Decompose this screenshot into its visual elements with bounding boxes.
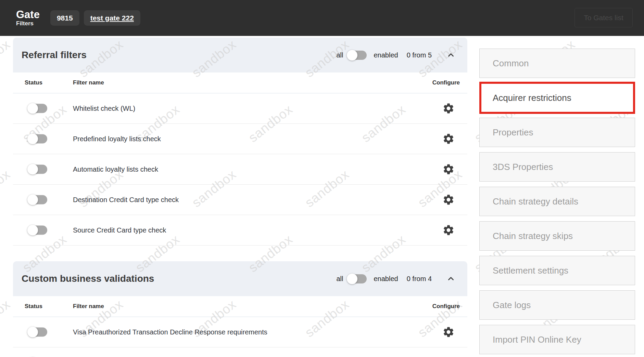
toggle-knob: [27, 134, 38, 144]
gear-icon: [442, 102, 455, 115]
filter-name: Visa Preauthorized Transaction Decline R…: [73, 328, 267, 336]
filter-name: Source Credit Card type check: [73, 226, 166, 234]
gate-id-badge: 9815: [50, 10, 79, 26]
sidebar-item-chain-strategy-details[interactable]: Chain strategy details: [479, 187, 635, 216]
column-header-configure: Configure: [432, 303, 460, 310]
collapse-section-button[interactable]: [446, 274, 455, 283]
filter-name: Whitelist check (WL): [73, 105, 135, 113]
gate-name-link[interactable]: test gate 222: [84, 10, 140, 26]
sidebar-item-import-pin-online-key[interactable]: Import PIN Online Key: [479, 325, 635, 354]
app-title: Gate: [16, 9, 40, 21]
column-header-configure: Configure: [432, 79, 460, 86]
sandbox-watermark: sandbox: [0, 167, 13, 210]
filter-status-toggle[interactable]: [28, 134, 47, 144]
filter-row: Automatic loyalty lists check: [13, 154, 467, 185]
enabled-label: enabled: [374, 275, 398, 283]
enabled-count: 0 from 4: [407, 275, 432, 283]
section-header-band: Custom business validationsallenabled0 f…: [13, 261, 467, 296]
filters-panel: Referral filtersallenabled0 from 5Status…: [13, 38, 467, 357]
all-label: all: [336, 51, 343, 59]
sidebar-item-gate-logs[interactable]: Gate logs: [479, 290, 635, 320]
toggle-knob: [27, 164, 38, 175]
chevron-up-icon: [447, 275, 455, 283]
filter-row: Check client management from product: [13, 347, 467, 357]
configure-gear-button[interactable]: [442, 224, 455, 237]
filter-status-toggle[interactable]: [28, 104, 47, 113]
filter-name: Destination Credit Card type check: [73, 196, 179, 204]
section-header-band: Referral filtersallenabled0 from 5: [13, 38, 467, 72]
sidebar-item-chain-strategy-skips[interactable]: Chain strategy skips: [479, 221, 635, 251]
toggle-knob: [27, 103, 38, 114]
chevron-up-icon: [447, 51, 455, 59]
filter-row: Source Credit Card type check: [13, 215, 467, 246]
filters-section: Custom business validationsallenabled0 f…: [13, 261, 467, 357]
enabled-label: enabled: [374, 51, 398, 59]
toggle-knob: [27, 327, 38, 338]
all-label: all: [336, 275, 343, 283]
sandbox-watermark: sandbox: [641, 297, 644, 340]
filters-section: Referral filtersallenabled0 from 5Status…: [13, 38, 467, 246]
section-controls: allenabled0 from 5: [336, 51, 455, 60]
configure-gear-button[interactable]: [442, 102, 455, 115]
filter-row: Destination Credit Card type check: [13, 185, 467, 215]
app-brand: Gate Filters: [16, 9, 40, 26]
sidebar-nav: CommonAcquirer restrictionsProperties3DS…: [479, 49, 635, 357]
filter-row: Visa Preauthorized Transaction Decline R…: [13, 317, 467, 347]
filter-status-toggle[interactable]: [28, 165, 47, 174]
toggle-knob: [27, 195, 38, 205]
sidebar-item-3ds-properties[interactable]: 3DS Properties: [479, 152, 635, 182]
filter-name: Predefined loyalty lists check: [73, 135, 161, 143]
gear-icon: [442, 326, 455, 338]
filter-status-toggle[interactable]: [28, 226, 47, 235]
configure-gear-button[interactable]: [442, 326, 455, 339]
section-title: Referral filters: [22, 50, 87, 61]
section-title: Custom business validations: [22, 273, 154, 284]
sidebar-item-common[interactable]: Common: [479, 49, 635, 78]
filter-name: Automatic loyalty lists check: [73, 166, 158, 173]
gear-icon: [442, 163, 455, 175]
table-header-row: StatusFilter nameConfigure: [13, 72, 467, 93]
column-header-filter-name: Filter name: [73, 303, 104, 310]
filter-row: Whitelist check (WL): [13, 93, 467, 124]
app-subtitle: Filters: [16, 21, 40, 27]
configure-gear-button[interactable]: [442, 193, 455, 206]
filter-status-toggle[interactable]: [28, 328, 47, 337]
gear-icon: [442, 133, 455, 145]
column-header-filter-name: Filter name: [73, 79, 104, 86]
enabled-count: 0 from 5: [407, 51, 432, 59]
configure-gear-button[interactable]: [442, 132, 455, 145]
toggle-knob: [347, 50, 357, 61]
table-header-row: StatusFilter nameConfigure: [13, 296, 467, 317]
gear-icon: [442, 224, 455, 236]
app-header: Gate Filters 9815 test gate 222 To Gates…: [0, 0, 644, 36]
sidebar-item-settlement-settings[interactable]: Settlement settings: [479, 256, 635, 285]
sandbox-watermark: sandbox: [641, 37, 644, 80]
to-gates-list-button[interactable]: To Gates list: [574, 8, 633, 27]
toggle-knob: [347, 274, 357, 284]
configure-gear-button[interactable]: [442, 163, 455, 176]
section-controls: allenabled0 from 4: [336, 274, 455, 283]
filter-status-toggle[interactable]: [28, 195, 47, 204]
sidebar-item-properties[interactable]: Properties: [479, 118, 635, 147]
filter-row: Predefined loyalty lists check: [13, 124, 467, 154]
all-toggle[interactable]: [348, 51, 367, 60]
column-header-status: Status: [25, 79, 42, 86]
sandbox-watermark: sandbox: [0, 297, 13, 340]
sidebar-item-acquirer-restrictions[interactable]: Acquirer restrictions: [479, 82, 635, 114]
column-header-status: Status: [25, 303, 42, 310]
toggle-knob: [27, 225, 38, 236]
all-toggle[interactable]: [348, 274, 367, 283]
collapse-section-button[interactable]: [446, 51, 455, 60]
sandbox-watermark: sandbox: [641, 167, 644, 210]
sandbox-watermark: sandbox: [0, 37, 13, 80]
gear-icon: [442, 194, 455, 206]
